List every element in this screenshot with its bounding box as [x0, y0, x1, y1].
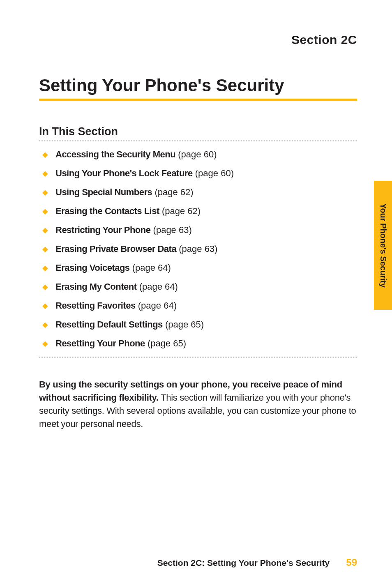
toc-page-ref: (page 60) — [195, 168, 234, 178]
toc-item: ◆ Erasing Private Browser Data (page 63) — [39, 243, 357, 255]
toc-text: Accessing the Security Menu (page 60) — [55, 149, 217, 160]
diamond-bullet-icon: ◆ — [42, 205, 48, 217]
toc-title: Using Your Phone's Lock Feature — [55, 168, 193, 178]
toc-title: Accessing the Security Menu — [55, 149, 175, 159]
toc-page-ref: (page 63) — [179, 244, 217, 254]
toc-title: Using Special Numbers — [55, 187, 152, 197]
page-footer: Section 2C: Setting Your Phone's Securit… — [0, 557, 392, 568]
diamond-bullet-icon: ◆ — [42, 281, 48, 293]
section-label: Section 2C — [39, 33, 357, 47]
diamond-bullet-icon: ◆ — [42, 338, 48, 349]
diamond-bullet-icon: ◆ — [42, 168, 48, 179]
toc-list: ◆ Accessing the Security Menu (page 60) … — [39, 149, 357, 349]
toc-title: Resetting Your Phone — [55, 338, 145, 348]
toc-page-ref: (page 62) — [162, 206, 201, 216]
main-title: Setting Your Phone's Security — [39, 76, 357, 95]
toc-title: Erasing the Contacts List — [55, 206, 159, 216]
toc-text: Erasing My Content (page 64) — [55, 281, 178, 293]
toc-item: ◆ Resetting Favorites (page 64) — [39, 300, 357, 311]
toc-item: ◆ Erasing My Content (page 64) — [39, 281, 357, 293]
in-this-section-heading: In This Section — [39, 125, 357, 138]
toc-page-ref: (page 64) — [132, 263, 171, 273]
toc-item: ◆ Erasing Voicetags (page 64) — [39, 262, 357, 274]
toc-item: ◆ Using Your Phone's Lock Feature (page … — [39, 168, 357, 179]
body-paragraph: By using the security settings on your p… — [39, 378, 357, 431]
footer-section-title: Section 2C: Setting Your Phone's Securit… — [157, 558, 330, 568]
toc-item: ◆ Accessing the Security Menu (page 60) — [39, 149, 357, 160]
toc-text: Resetting Default Settings (page 65) — [55, 319, 204, 330]
toc-page-ref: (page 65) — [148, 338, 186, 348]
diamond-bullet-icon: ◆ — [42, 224, 48, 236]
page-container: Section 2C Setting Your Phone's Security… — [0, 0, 392, 588]
diamond-bullet-icon: ◆ — [42, 319, 48, 330]
toc-text: Resetting Favorites (page 64) — [55, 300, 177, 311]
side-tab-label: Your Phone's Security — [378, 203, 388, 288]
title-underline — [39, 99, 357, 101]
toc-title: Resetting Default Settings — [55, 319, 163, 330]
diamond-bullet-icon: ◆ — [42, 149, 48, 160]
diamond-bullet-icon: ◆ — [42, 187, 48, 198]
toc-title: Resetting Favorites — [55, 300, 136, 311]
dotted-divider-top — [39, 141, 357, 141]
diamond-bullet-icon: ◆ — [42, 262, 48, 274]
toc-text: Using Special Numbers (page 62) — [55, 187, 194, 198]
toc-text: Resetting Your Phone (page 65) — [55, 338, 186, 349]
toc-page-ref: (page 65) — [165, 319, 204, 330]
dotted-divider-bottom — [39, 357, 357, 357]
toc-title: Erasing My Content — [55, 281, 137, 292]
toc-text: Erasing Voicetags (page 64) — [55, 262, 171, 274]
toc-page-ref: (page 64) — [138, 300, 177, 311]
toc-text: Using Your Phone's Lock Feature (page 60… — [55, 168, 234, 179]
toc-item: ◆ Erasing the Contacts List (page 62) — [39, 205, 357, 217]
toc-text: Erasing the Contacts List (page 62) — [55, 205, 201, 217]
toc-title: Restricting Your Phone — [55, 225, 150, 235]
toc-page-ref: (page 62) — [154, 187, 193, 197]
diamond-bullet-icon: ◆ — [42, 300, 48, 311]
toc-item: ◆ Using Special Numbers (page 62) — [39, 187, 357, 198]
toc-text: Erasing Private Browser Data (page 63) — [55, 243, 217, 255]
toc-item: ◆ Restricting Your Phone (page 63) — [39, 224, 357, 236]
toc-page-ref: (page 63) — [153, 225, 192, 235]
toc-item: ◆ Resetting Your Phone (page 65) — [39, 338, 357, 349]
toc-item: ◆ Resetting Default Settings (page 65) — [39, 319, 357, 330]
toc-title: Erasing Private Browser Data — [55, 244, 176, 254]
toc-title: Erasing Voicetags — [55, 263, 130, 273]
toc-page-ref: (page 64) — [139, 281, 178, 292]
footer-page-number: 59 — [346, 557, 357, 568]
side-tab: Your Phone's Security — [374, 181, 392, 310]
diamond-bullet-icon: ◆ — [42, 243, 48, 255]
toc-page-ref: (page 60) — [178, 149, 217, 159]
toc-text: Restricting Your Phone (page 63) — [55, 224, 192, 236]
